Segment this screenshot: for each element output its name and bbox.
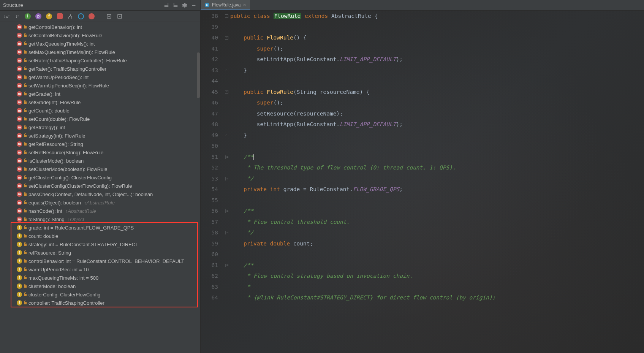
code-line[interactable]: /**: [230, 260, 644, 271]
tree-item[interactable]: misClusterMode(): boolean: [0, 157, 200, 165]
code-line[interactable]: * Flow control strategy based on invocat…: [230, 271, 644, 282]
tree-item[interactable]: mgetGrade(): int: [0, 90, 200, 98]
lock-icon: [24, 284, 27, 288]
tree-item[interactable]: msetRater(TrafficShapingController): Flo…: [0, 56, 200, 65]
code-line[interactable]: public FlowRule(String resourceName) {: [230, 87, 644, 98]
tree-item[interactable]: mhashCode(): int↑AbstractRule: [0, 207, 200, 215]
minimize-icon[interactable]: [190, 2, 197, 9]
expand-all-icon[interactable]: [106, 13, 112, 20]
fold-marker[interactable]: |≡: [223, 152, 230, 163]
tree-item[interactable]: fclusterMode: boolean: [0, 282, 200, 290]
code-line[interactable]: [230, 76, 644, 87]
show-properties-icon[interactable]: p: [35, 13, 42, 20]
scrollbar-thumb[interactable]: [197, 52, 200, 98]
tree-item[interactable]: msetRefResource(String): FlowRule: [0, 148, 200, 157]
fold-marker[interactable]: |≡: [223, 260, 230, 271]
code-line[interactable]: setLimitApp(RuleConstant.LIMIT_APP_DEFAU…: [230, 54, 644, 65]
code-line[interactable]: setLimitApp(RuleConstant.LIMIT_APP_DEFAU…: [230, 119, 644, 130]
tree-item[interactable]: msetGrade(int): FlowRule: [0, 98, 200, 106]
tree-item[interactable]: fstrategy: int = RuleConstant.STRATEGY_D…: [0, 240, 200, 249]
fold-marker[interactable]: |≡: [223, 173, 230, 184]
fold-marker[interactable]: |≡: [223, 227, 230, 238]
settings-icon[interactable]: [181, 2, 188, 9]
show-local-icon[interactable]: [56, 13, 63, 20]
tree-item[interactable]: msetWarmUpPeriodSec(int): FlowRule: [0, 81, 200, 90]
code-line[interactable]: */: [230, 173, 644, 184]
show-interfaces-icon[interactable]: I: [24, 13, 31, 20]
code-line[interactable]: [230, 195, 644, 206]
scrollbar[interactable]: [196, 22, 200, 353]
code-line[interactable]: * Flow control threshold count.: [230, 217, 644, 228]
code-line[interactable]: [230, 22, 644, 33]
editor-body[interactable]: 3839404142434445464748495051525354555657…: [201, 11, 644, 353]
tree-item[interactable]: frefResource: String: [0, 249, 200, 257]
tree-item[interactable]: mgetRater(): TrafficShapingController: [0, 65, 200, 73]
code-line[interactable]: private int grade = RuleConstant.FLOW_GR…: [230, 184, 644, 195]
code-line[interactable]: public class FlowRule extends AbstractRu…: [230, 11, 644, 22]
lock-icon: [24, 125, 27, 130]
code-line[interactable]: private double count;: [230, 238, 644, 249]
scroll-from-icon[interactable]: [163, 2, 170, 9]
fold-marker[interactable]: [223, 11, 230, 22]
code-line[interactable]: * The threshold type of flow control (0:…: [230, 162, 644, 173]
code-line[interactable]: [230, 141, 644, 152]
code-line[interactable]: super();: [230, 97, 644, 108]
tree-item[interactable]: mgetClusterConfig(): ClusterFlowConfig: [0, 173, 200, 182]
tree-item[interactable]: mtoString(): String↑Object: [0, 215, 200, 223]
show-anonymous-icon[interactable]: [88, 13, 95, 20]
tree-item[interactable]: fwarmUpPeriodSec: int = 10: [0, 265, 200, 274]
fold-marker[interactable]: [223, 65, 230, 76]
tree-item[interactable]: mgetRefResource(): String: [0, 140, 200, 148]
tree-item[interactable]: msetControlBehavior(int): FlowRule: [0, 31, 200, 40]
editor-area: C FlowRule.java × 3839404142434445464748…: [201, 0, 644, 353]
scroll-to-icon[interactable]: [172, 2, 179, 9]
tree-item[interactable]: msetClusterMode(boolean): FlowRule: [0, 165, 200, 173]
java-class-icon: C: [204, 2, 210, 8]
tree-item[interactable]: mpassCheck(Context, DefaultNode, int, Ob…: [0, 190, 200, 198]
code-line[interactable]: }: [230, 130, 644, 141]
tree-item[interactable]: fcontrolBehavior: int = RuleConstant.CON…: [0, 257, 200, 265]
tab-flowrule[interactable]: C FlowRule.java ×: [201, 0, 250, 10]
tree-item[interactable]: mequals(Object): boolean↑AbstractRule: [0, 198, 200, 207]
tree-item[interactable]: mgetMaxQueueingTimeMs(): int: [0, 40, 200, 48]
tree-item[interactable]: mgetCount(): double: [0, 106, 200, 115]
code-line[interactable]: }: [230, 65, 644, 76]
collapse-all-icon[interactable]: [116, 13, 123, 20]
tree-item[interactable]: msetCount(double): FlowRule: [0, 115, 200, 123]
tree-item[interactable]: fcount: double: [0, 232, 200, 240]
tree-item[interactable]: fclusterConfig: ClusterFlowConfig: [0, 290, 200, 299]
fold-marker[interactable]: [223, 32, 230, 43]
code-line[interactable]: /**: [230, 152, 644, 163]
code-line[interactable]: setResource(resourceName);: [230, 108, 644, 119]
tree-item[interactable]: fgrade: int = RuleConstant.FLOW_GRADE_QP…: [0, 223, 200, 232]
fold-column[interactable]: |≡|≡|≡|≡|≡: [223, 11, 230, 353]
show-nonpublic-icon[interactable]: [78, 13, 84, 20]
sort-alpha-down-icon[interactable]: ↓ₐᶻ: [3, 13, 10, 20]
fold-marker[interactable]: [223, 87, 230, 98]
show-fields-icon[interactable]: f: [46, 13, 52, 20]
tree-item[interactable]: fmaxQueueingTimeMs: int = 500: [0, 274, 200, 282]
code-line[interactable]: super();: [230, 43, 644, 54]
code-line[interactable]: [230, 249, 644, 260]
fold-marker[interactable]: [223, 130, 230, 141]
tree-item[interactable]: fcontroller: TrafficShapingController: [0, 299, 200, 307]
code-line[interactable]: /**: [230, 206, 644, 217]
lock-icon: [24, 133, 27, 138]
tree-item[interactable]: msetStrategy(int): FlowRule: [0, 131, 200, 140]
code-line[interactable]: public FlowRule() {: [230, 32, 644, 43]
member-tree[interactable]: mgetControlBehavior(): intmsetControlBeh…: [0, 22, 200, 353]
tree-item[interactable]: mgetStrategy(): int: [0, 123, 200, 131]
fold-marker: [223, 43, 230, 54]
branch-icon[interactable]: [67, 13, 74, 20]
fold-marker[interactable]: |≡: [223, 206, 230, 217]
close-icon[interactable]: ×: [243, 2, 246, 8]
tree-item[interactable]: mgetControlBehavior(): int: [0, 23, 200, 31]
code-line[interactable]: */: [230, 227, 644, 238]
code-area[interactable]: public class FlowRule extends AbstractRu…: [230, 11, 644, 353]
tree-item[interactable]: mgetWarmUpPeriodSec(): int: [0, 73, 200, 81]
tree-item[interactable]: msetMaxQueueingTimeMs(int): FlowRule: [0, 48, 200, 56]
code-line[interactable]: *: [230, 282, 644, 293]
tree-item[interactable]: msetClusterConfig(ClusterFlowConfig): Fl…: [0, 182, 200, 190]
code-line[interactable]: * {@link RuleConstant#STRATEGY_DIRECT} f…: [230, 292, 644, 303]
sort-visibility-icon[interactable]: ↓z: [14, 13, 21, 20]
